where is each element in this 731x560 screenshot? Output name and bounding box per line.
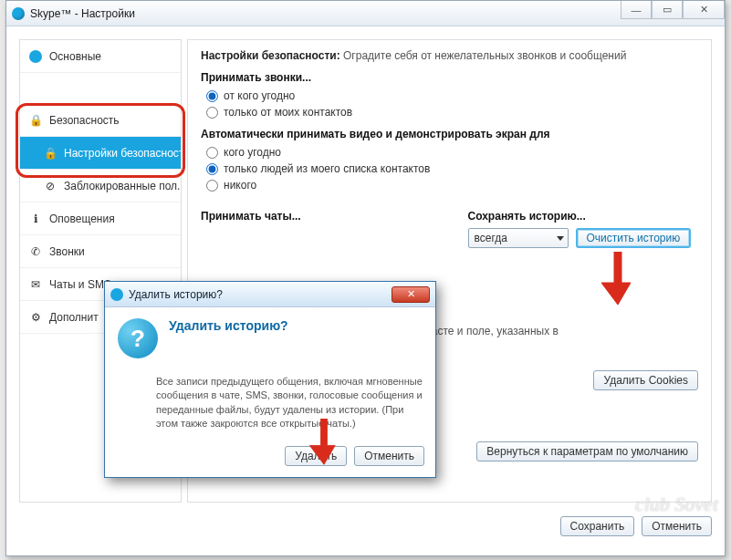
history-duration-select[interactable]: всегда — [468, 228, 569, 248]
bottom-button-bar: Сохранить Отменить — [19, 510, 712, 543]
video-contacts-radio[interactable]: только людей из моего списка контактов — [206, 162, 698, 175]
window-buttons: — ▭ ✕ — [621, 1, 725, 19]
radio-input[interactable] — [206, 180, 218, 192]
sidebar-item-label: Основные — [49, 50, 101, 63]
save-button[interactable]: Сохранить — [560, 516, 635, 536]
dialog-title: Удалить историю? — [129, 288, 223, 301]
video-anyone-radio[interactable]: кого угодно — [206, 146, 698, 159]
radio-label: только людей из моего списка контактов — [224, 162, 430, 175]
radio-input[interactable] — [206, 147, 218, 159]
info-icon: ℹ — [29, 213, 42, 225]
calls-anyone-radio[interactable]: от кого угодно — [206, 89, 698, 102]
window-title: Skype™ - Настройки — [30, 7, 135, 20]
radio-label: только от моих контактов — [224, 106, 352, 119]
calls-contacts-radio[interactable]: только от моих контактов — [206, 106, 698, 119]
radio-label: никого — [224, 179, 256, 192]
video-nobody-radio[interactable]: никого — [206, 179, 698, 192]
block-icon: ⊘ — [44, 180, 57, 192]
sidebar-item-label: Безопасность — [49, 114, 120, 127]
dialog-heading: Удалить историю? — [169, 318, 288, 358]
dialog-body-text: Все записи предыдущего общения, включая … — [156, 375, 435, 431]
gear-icon: ⚙ — [29, 311, 42, 324]
select-value: всегда — [475, 232, 507, 244]
sidebar-item-security[interactable]: 🔒 Безопасность — [20, 104, 181, 137]
dialog-titlebar[interactable]: Удалить историю? ✕ — [105, 282, 435, 307]
minimize-button[interactable]: — — [621, 1, 652, 19]
radio-input[interactable] — [206, 107, 218, 119]
dialog-button-row: Удалить Отменить — [105, 439, 435, 477]
radio-label: кого угодно — [224, 146, 281, 159]
close-button[interactable]: ✕ — [683, 1, 725, 19]
skype-icon — [12, 7, 25, 20]
radio-input[interactable] — [206, 90, 218, 102]
sidebar-item-label: Оповещения — [49, 213, 115, 225]
lock-icon: 🔒 — [44, 147, 57, 160]
skype-icon — [29, 50, 42, 63]
dialog-cancel-button[interactable]: Отменить — [354, 446, 424, 466]
sidebar-item-security-settings[interactable]: 🔒 Настройки безопасности — [20, 137, 181, 170]
section-history-title: Сохранять историю... — [468, 210, 699, 223]
chat-icon: ✉ — [29, 278, 42, 291]
section-video-title: Автоматически принимать видео и демонстр… — [201, 128, 698, 140]
titlebar[interactable]: Skype™ - Настройки — ▭ ✕ — [6, 1, 725, 26]
maximize-button[interactable]: ▭ — [652, 1, 683, 19]
panel-header: Настройки безопасности: Оградите себя от… — [201, 49, 698, 62]
sidebar-item-blocked[interactable]: ⊘ Заблокированные пол... — [20, 170, 181, 202]
sidebar-item-label: Заблокированные пол... — [64, 180, 181, 192]
radio-input[interactable] — [206, 163, 218, 175]
clear-history-button[interactable]: Очистить историю — [576, 228, 692, 248]
chevron-down-icon — [557, 236, 564, 241]
sidebar-item-label: Звонки — [49, 245, 85, 258]
delete-cookies-button[interactable]: Удалить Cookies — [593, 370, 698, 390]
radio-label: от кого угодно — [224, 89, 295, 102]
annotation-arrow-1 — [601, 252, 634, 306]
panel-header-text: Оградите себя от нежелательных звонков и… — [343, 49, 626, 62]
skype-icon — [110, 288, 123, 301]
cancel-button[interactable]: Отменить — [642, 516, 712, 536]
phone-icon: ✆ — [29, 245, 42, 258]
confirm-delete-history-dialog: Удалить историю? ✕ ? Удалить историю? Вс… — [104, 281, 436, 478]
panel-header-strong: Настройки безопасности: — [201, 49, 340, 62]
section-chats-title: Принимать чаты... — [201, 210, 432, 223]
sidebar-item-notifications[interactable]: ℹ Оповещения — [20, 202, 181, 235]
dialog-close-button[interactable]: ✕ — [392, 286, 430, 303]
question-icon: ? — [118, 318, 158, 358]
sidebar-item-label: Дополнит — [49, 311, 99, 324]
lock-icon: 🔒 — [29, 114, 42, 127]
sidebar-item-calls[interactable]: ✆ Звонки — [20, 235, 181, 268]
reset-defaults-button[interactable]: Вернуться к параметрам по умолчанию — [476, 441, 698, 461]
section-calls-title: Принимать звонки... — [201, 71, 698, 84]
sidebar-item-general[interactable]: Основные — [20, 40, 181, 73]
sidebar-item-label: Настройки безопасности — [64, 147, 181, 160]
sidebar-item-label: Чаты и SMS — [49, 278, 111, 291]
annotation-arrow-2 — [309, 419, 339, 466]
